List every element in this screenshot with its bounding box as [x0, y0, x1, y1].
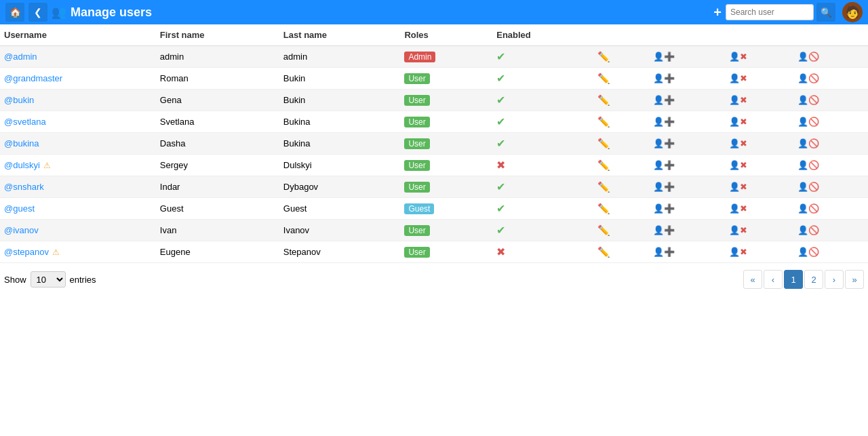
enabled-check-icon: ✔	[496, 203, 505, 214]
delete-user-icon[interactable]: 👤🚫	[797, 52, 819, 62]
edit-cell: ✏️	[592, 155, 648, 176]
edit-cell: ✏️	[592, 90, 648, 111]
disabled-cross-icon: ✖	[496, 246, 505, 258]
home-button[interactable]: 🏠	[5, 3, 24, 22]
username-link[interactable]: @bukin	[4, 95, 34, 105]
edit-icon[interactable]: ✏️	[597, 181, 610, 193]
remove-user-icon[interactable]: 👤✖	[729, 182, 747, 192]
table-row: @adminadminadminAdmin✔✏️👤➕👤✖👤🚫	[0, 46, 868, 68]
edit-icon[interactable]: ✏️	[597, 116, 610, 127]
remove-user-icon[interactable]: 👤✖	[729, 73, 747, 83]
delete-user-icon[interactable]: 👤🚫	[797, 182, 819, 192]
edit-icon[interactable]: ✏️	[597, 203, 610, 214]
enabled-check-icon: ✔	[496, 73, 505, 84]
add-user-icon[interactable]: 👤➕	[653, 117, 675, 127]
delete-user-icon[interactable]: 👤🚫	[797, 225, 819, 235]
show-label: Show	[4, 275, 26, 285]
add-user-icon[interactable]: 👤➕	[653, 95, 675, 105]
remove-role-cell: 👤✖	[724, 68, 792, 90]
pagination-next[interactable]: ›	[825, 270, 844, 289]
username-link[interactable]: @bukina	[4, 138, 39, 148]
table-row: @guestGuestGuestGuest✔✏️👤➕👤✖👤🚫	[0, 198, 868, 220]
edit-icon[interactable]: ✏️	[597, 73, 610, 84]
last-name: Dulskyi	[279, 155, 401, 176]
col-lastname: Last name	[279, 24, 401, 46]
username-link[interactable]: @snshark	[4, 182, 44, 192]
edit-cell: ✏️	[592, 220, 648, 241]
per-page-select[interactable]: 102550100	[31, 271, 66, 288]
username-link[interactable]: @svetlana	[4, 117, 46, 127]
add-user-icon[interactable]: 👤➕	[653, 247, 675, 257]
role-badge: User	[404, 117, 429, 127]
pagination-first[interactable]: «	[743, 270, 762, 289]
col-edit	[592, 24, 648, 46]
remove-user-icon[interactable]: 👤✖	[729, 95, 747, 105]
edit-icon[interactable]: ✏️	[597, 138, 610, 149]
delete-user-icon[interactable]: 👤🚫	[797, 203, 819, 214]
delete-user-icon[interactable]: 👤🚫	[797, 95, 819, 105]
search-button[interactable]: 🔍	[816, 3, 835, 22]
add-user-icon[interactable]: 👤➕	[653, 73, 675, 83]
edit-cell: ✏️	[592, 133, 648, 155]
pagination-last[interactable]: »	[845, 270, 864, 289]
app-header: 🏠 ❮ 👥 Manage users + 🔍 🧑	[0, 0, 868, 24]
remove-user-icon[interactable]: 👤✖	[729, 52, 747, 62]
search-input[interactable]	[726, 4, 814, 20]
remove-role-cell: 👤✖	[724, 111, 792, 133]
add-role-cell: 👤➕	[648, 90, 724, 111]
add-user-icon[interactable]: 👤➕	[653, 52, 675, 62]
remove-user-icon[interactable]: 👤✖	[729, 138, 747, 148]
edit-icon[interactable]: ✏️	[597, 159, 610, 171]
remove-role-cell: 👤✖	[724, 198, 792, 220]
home-icon: 🏠	[9, 7, 21, 18]
table-footer: Show 102550100 entries «‹12›»	[0, 263, 868, 296]
edit-icon[interactable]: ✏️	[597, 246, 610, 258]
table-row: @stepanov ⚠EugeneStepanovUser✖✏️👤➕👤✖👤🚫	[0, 241, 868, 263]
edit-cell: ✏️	[592, 68, 648, 90]
enabled-check-icon: ✔	[496, 224, 505, 236]
add-user-icon[interactable]: 👤➕	[653, 160, 675, 170]
edit-icon[interactable]: ✏️	[597, 224, 610, 236]
username-link[interactable]: @admin	[4, 52, 37, 62]
edit-icon[interactable]: ✏️	[597, 94, 610, 106]
entries-label: entries	[70, 275, 96, 285]
warning-icon: ⚠	[41, 161, 51, 170]
edit-icon[interactable]: ✏️	[597, 51, 610, 62]
table-row: @ivanovIvanIvanovUser✔✏️👤➕👤✖👤🚫	[0, 220, 868, 241]
add-user-button[interactable]: +	[713, 5, 722, 20]
show-entries-control: Show 102550100 entries	[4, 271, 96, 288]
edit-cell: ✏️	[592, 241, 648, 263]
add-user-icon[interactable]: 👤➕	[653, 138, 675, 148]
add-user-icon[interactable]: 👤➕	[653, 203, 675, 214]
remove-user-icon[interactable]: 👤✖	[729, 117, 747, 127]
last-name: Stepanov	[279, 241, 401, 263]
add-user-icon[interactable]: 👤➕	[653, 225, 675, 235]
delete-user-icon[interactable]: 👤🚫	[797, 73, 819, 83]
role-badge: User	[404, 247, 429, 258]
pagination-page-1[interactable]: 1	[784, 270, 803, 289]
username-link[interactable]: @dulskyi	[4, 160, 40, 170]
remove-user-icon[interactable]: 👤✖	[729, 203, 747, 214]
delete-user-icon[interactable]: 👤🚫	[797, 247, 819, 257]
remove-user-icon[interactable]: 👤✖	[729, 225, 747, 235]
username-link[interactable]: @grandmaster	[4, 73, 62, 83]
username-link[interactable]: @guest	[4, 203, 35, 214]
delete-user-icon[interactable]: 👤🚫	[797, 138, 819, 148]
role-cell: User	[400, 90, 492, 111]
table-header-row: Username First name Last name Roles Enab…	[0, 24, 868, 46]
username-link[interactable]: @stepanov	[4, 247, 49, 257]
avatar-button[interactable]: 🧑	[842, 2, 863, 22]
pagination-page-2[interactable]: 2	[804, 270, 823, 289]
back-button[interactable]: ❮	[28, 3, 47, 22]
col-action2	[724, 24, 792, 46]
add-user-icon[interactable]: 👤➕	[653, 182, 675, 192]
enabled-cell: ✔	[492, 68, 591, 90]
col-username: Username	[0, 24, 156, 46]
remove-role-cell: 👤✖	[724, 220, 792, 241]
delete-user-icon[interactable]: 👤🚫	[797, 117, 819, 127]
pagination-prev[interactable]: ‹	[764, 270, 783, 289]
delete-user-icon[interactable]: 👤🚫	[797, 160, 819, 170]
remove-user-icon[interactable]: 👤✖	[729, 247, 747, 257]
username-link[interactable]: @ivanov	[4, 225, 39, 235]
remove-user-icon[interactable]: 👤✖	[729, 160, 747, 170]
